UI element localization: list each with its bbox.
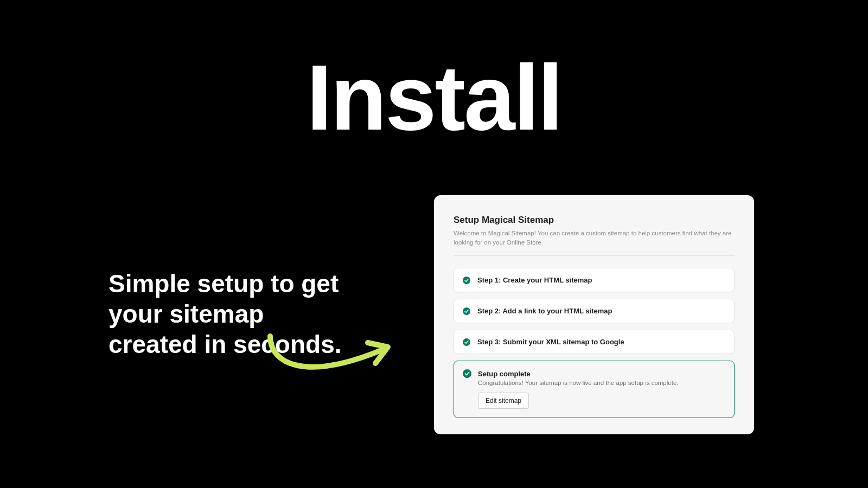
complete-description: Congratulations! Your sitemap is now liv… [478,380,725,386]
check-circle-icon [463,338,470,346]
step-label: Step 1: Create your HTML sitemap [477,276,592,284]
panel-title: Setup Magical Sitemap [454,215,735,226]
check-circle-icon [463,307,470,315]
step-card-2[interactable]: Step 2: Add a link to your HTML sitemap [454,299,735,323]
panel-description: Welcome to Magical Sitemap! You can crea… [454,229,735,256]
check-circle-icon [463,369,471,378]
step-card-1[interactable]: Step 1: Create your HTML sitemap [454,268,735,292]
svg-point-0 [463,277,470,284]
svg-point-3 [463,369,471,378]
setup-panel: Setup Magical Sitemap Welcome to Magical… [434,195,754,434]
setup-complete-card: Setup complete Congratulations! Your sit… [454,361,735,418]
complete-title: Setup complete [478,370,531,378]
svg-point-2 [463,338,470,346]
step-label: Step 2: Add a link to your HTML sitemap [477,307,612,315]
step-card-3[interactable]: Step 3: Submit your XML sitemap to Googl… [454,330,735,354]
hero-title: Install [0,52,868,144]
svg-point-1 [463,307,470,315]
arrow-icon [260,331,401,390]
edit-sitemap-button[interactable]: Edit sitemap [478,393,529,409]
step-label: Step 3: Submit your XML sitemap to Googl… [477,338,624,346]
check-circle-icon [463,277,470,284]
